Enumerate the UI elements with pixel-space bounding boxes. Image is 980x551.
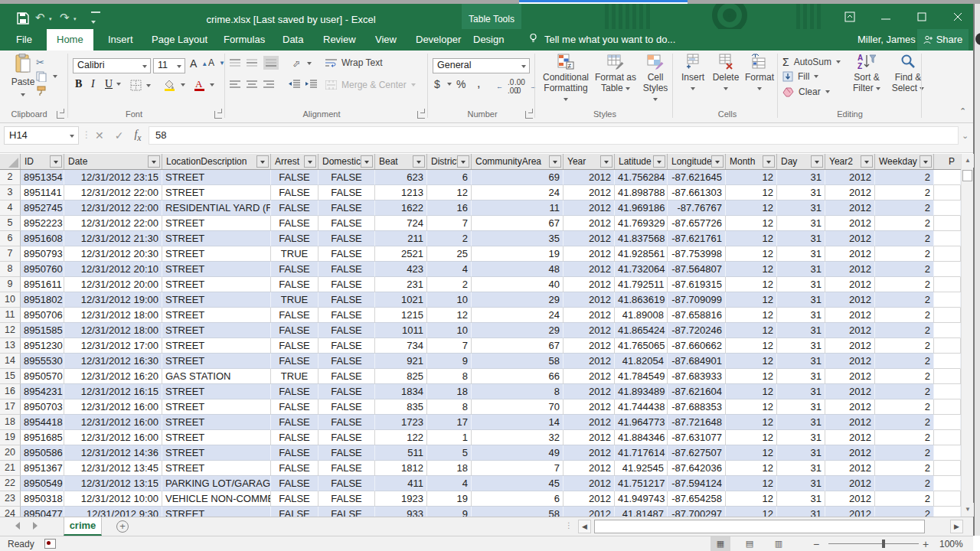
cell[interactable]: FALSE: [271, 476, 318, 491]
cell[interactable]: STREET: [162, 308, 271, 323]
cell[interactable]: 2012: [825, 507, 875, 517]
cell[interactable]: STREET: [162, 277, 271, 292]
row-header-17[interactable]: 17: [0, 399, 21, 415]
cell[interactable]: 12/31/2012 16:20: [64, 369, 162, 384]
cell[interactable]: 1834: [375, 384, 427, 399]
filter-dropdown-icon[interactable]: [711, 155, 724, 168]
cell[interactable]: FALSE: [318, 292, 375, 308]
cell[interactable]: 41.769329: [615, 216, 668, 231]
cell[interactable]: 12/31/2012 17:00: [64, 338, 162, 354]
cell[interactable]: 2012: [825, 384, 875, 399]
cell[interactable]: 41.969186: [615, 201, 668, 216]
row-header-10[interactable]: 10: [0, 292, 21, 308]
cell[interactable]: -87.683933: [668, 369, 726, 384]
cell[interactable]: -87.700297: [668, 507, 726, 517]
cell[interactable]: 12: [726, 231, 777, 246]
cell[interactable]: 2: [875, 491, 934, 507]
filter-dropdown-icon[interactable]: [361, 155, 373, 168]
cell[interactable]: 12: [726, 399, 777, 415]
font-dialog-launcher[interactable]: [214, 111, 222, 119]
cell[interactable]: 1213: [375, 185, 427, 201]
cell[interactable]: 2012: [564, 231, 615, 246]
cell[interactable]: 12/31/2012 16:00: [64, 430, 162, 445]
cell[interactable]: 67: [472, 216, 564, 231]
cell[interactable]: 921: [375, 354, 427, 369]
share-button[interactable]: Share: [917, 29, 969, 51]
number-dialog-launcher[interactable]: [525, 111, 533, 119]
cell[interactable]: 2521: [375, 246, 427, 262]
cell[interactable]: 12: [726, 216, 777, 231]
cell[interactable]: 41.92545: [615, 461, 668, 476]
zoom-out-button[interactable]: −: [813, 538, 819, 550]
cell[interactable]: 8951354: [21, 170, 64, 185]
cell[interactable]: 49: [472, 445, 564, 461]
cell[interactable]: -87.684901: [668, 354, 726, 369]
cell[interactable]: 12/31/2012 22:00: [64, 216, 162, 231]
formula-input[interactable]: 58: [149, 126, 959, 145]
column-header-year2[interactable]: Year2: [825, 154, 875, 169]
cell[interactable]: 35: [472, 231, 564, 246]
tab-formulas[interactable]: Formulas: [214, 29, 275, 51]
italic-button[interactable]: I: [91, 78, 95, 90]
cell[interactable]: -87.709099: [668, 292, 726, 308]
cell[interactable]: 2: [875, 292, 934, 308]
cell[interactable]: 6: [427, 170, 472, 185]
close-button[interactable]: [946, 8, 969, 27]
cell[interactable]: 48: [472, 262, 564, 277]
cell[interactable]: 1: [427, 430, 472, 445]
cell[interactable]: FALSE: [318, 354, 375, 369]
cell[interactable]: 41.82054: [615, 354, 668, 369]
cell[interactable]: 423: [375, 262, 427, 277]
cell[interactable]: 2: [875, 323, 934, 338]
cell[interactable]: 2: [875, 170, 934, 185]
cell[interactable]: [934, 399, 961, 415]
cell[interactable]: 8950586: [21, 445, 64, 461]
cell[interactable]: 12: [726, 507, 777, 517]
sheet-nav-right-icon[interactable]: [33, 522, 38, 530]
cell[interactable]: 12: [726, 292, 777, 308]
cell[interactable]: 2: [875, 185, 934, 201]
cell[interactable]: 2: [875, 415, 934, 430]
cell[interactable]: 122: [375, 430, 427, 445]
cell[interactable]: 2012: [825, 476, 875, 491]
cell[interactable]: FALSE: [318, 308, 375, 323]
cell[interactable]: FALSE: [318, 430, 375, 445]
cell[interactable]: 8950477: [21, 507, 64, 517]
cell[interactable]: 41.928561: [615, 246, 668, 262]
cell[interactable]: 2: [875, 507, 934, 517]
cell[interactable]: [934, 170, 961, 185]
cell[interactable]: 41.884346: [615, 430, 668, 445]
row-header-23[interactable]: 23: [0, 491, 21, 507]
cell[interactable]: STREET: [162, 415, 271, 430]
cell[interactable]: 8951585: [21, 323, 64, 338]
cell[interactable]: [934, 461, 961, 476]
cell[interactable]: 12: [726, 185, 777, 201]
cell[interactable]: STREET: [162, 216, 271, 231]
cell[interactable]: 31: [777, 170, 825, 185]
page-break-view-button[interactable]: ▥: [769, 536, 789, 551]
cell[interactable]: 19: [427, 491, 472, 507]
cell[interactable]: 12/31/2012 23:15: [64, 170, 162, 185]
underline-button[interactable]: U: [105, 78, 113, 90]
filter-dropdown-icon[interactable]: [256, 155, 269, 168]
cell[interactable]: 2: [875, 461, 934, 476]
cell[interactable]: -87.627507: [668, 445, 726, 461]
cell-styles-button[interactable]: Cell Styles: [640, 54, 671, 104]
tab-insert[interactable]: Insert: [98, 29, 143, 51]
cell[interactable]: 41.89008: [615, 308, 668, 323]
cell[interactable]: 12: [726, 338, 777, 354]
cell[interactable]: 8952223: [21, 216, 64, 231]
cell[interactable]: FALSE: [271, 170, 318, 185]
sheet-tab-crime[interactable]: crime: [64, 517, 102, 536]
cell[interactable]: VEHICLE NON-COMMER: [162, 491, 271, 507]
cell[interactable]: 12/31/2012 20:30: [64, 246, 162, 262]
cell[interactable]: 45: [472, 476, 564, 491]
cell[interactable]: 31: [777, 201, 825, 216]
cell[interactable]: 211: [375, 231, 427, 246]
cell[interactable]: 12: [726, 461, 777, 476]
cell[interactable]: 31: [777, 277, 825, 292]
cell[interactable]: 2012: [825, 292, 875, 308]
accounting-format-button[interactable]: $: [434, 78, 452, 90]
cell[interactable]: 41.751217: [615, 476, 668, 491]
row-header-15[interactable]: 15: [0, 369, 21, 384]
